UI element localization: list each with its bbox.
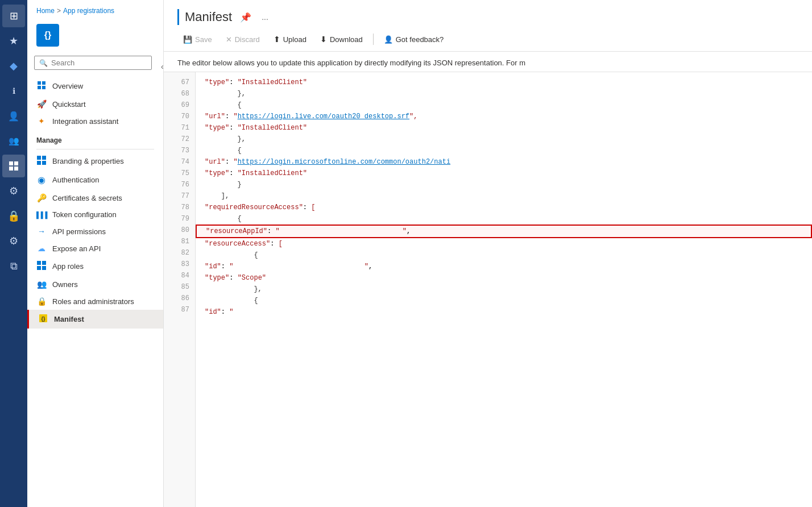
line-number: 78 [164, 202, 195, 213]
line-number: 79 [164, 213, 195, 225]
discard-icon: ✕ [226, 35, 232, 44]
sidebar-item-expose-api-label: Expose an API [52, 244, 101, 253]
gear-icon[interactable]: ⚙ [2, 180, 25, 202]
expose-api-icon: ☁ [36, 244, 47, 253]
app-roles-icon [36, 261, 47, 272]
line-number: 73 [164, 145, 195, 156]
svg-rect-5 [42, 81, 45, 85]
sidebar-item-token-label: Token configuration [52, 210, 117, 219]
code-line: "type": "InstalledClient" [196, 77, 812, 88]
code-line: "resourceAccess": [ [196, 238, 812, 250]
download-icon: ⬇ [320, 35, 327, 44]
svg-rect-6 [38, 86, 41, 89]
sidebar: Home > App registrations {} 🔍 « Overview… [27, 0, 164, 507]
api-permissions-icon: → [36, 227, 47, 236]
line-number: 80 [164, 225, 195, 236]
sidebar-item-branding-label: Branding & properties [52, 157, 124, 165]
toolbar: 💾 Save ✕ Discard ⬆ Upload ⬇ Download 👤 G… [177, 32, 798, 51]
sidebar-item-expose-api[interactable]: ☁ Expose an API [27, 240, 163, 257]
svg-rect-9 [42, 156, 46, 160]
pin-icon[interactable]: 📌 [238, 11, 254, 24]
info-icon[interactable]: ℹ [2, 80, 25, 102]
sidebar-item-manifest[interactable]: {} Manifest [27, 310, 163, 329]
sidebar-item-certificates[interactable]: 🔑 Certificates & secrets [27, 189, 163, 206]
lock-icon[interactable]: 🔒 [2, 205, 25, 227]
sidebar-item-app-roles-label: App roles [52, 262, 84, 271]
authentication-icon: ◉ [36, 174, 47, 185]
line-number: 84 [164, 270, 195, 281]
users-icon[interactable]: 👥 [2, 130, 25, 152]
collapse-sidebar-button[interactable]: « [159, 62, 164, 71]
code-line: "url": "https://login.microsoftonline.co… [196, 156, 812, 168]
code-editor: 6768697071727374757677787980818283848586… [164, 72, 812, 507]
discard-button[interactable]: ✕ Discard [220, 32, 266, 47]
layers-icon[interactable]: ⧉ [2, 255, 25, 277]
svg-rect-14 [37, 266, 41, 270]
overview-icon [36, 81, 47, 92]
sidebar-item-owners[interactable]: 👥 Owners [27, 276, 163, 293]
app-icon: {} [36, 24, 59, 47]
line-number: 68 [164, 88, 195, 99]
code-line: ], [196, 190, 812, 202]
code-line: { [196, 99, 812, 111]
search-input[interactable] [51, 59, 147, 67]
breadcrumb-current[interactable]: App registrations [63, 7, 114, 15]
highlighted-code-line: "resourceAppId": " ", [196, 225, 812, 238]
sidebar-item-integration[interactable]: ✦ Integration assistant [27, 113, 163, 130]
svg-rect-7 [42, 86, 45, 89]
svg-rect-3 [14, 167, 18, 171]
line-number: 81 [164, 236, 195, 247]
line-number: 75 [164, 168, 195, 179]
page-header: Manifest 📌 ... 💾 Save ✕ Discard ⬆ Upload… [164, 0, 812, 52]
svg-rect-4 [38, 81, 41, 85]
page-title-row: Manifest 📌 ... [177, 9, 798, 25]
diamond-icon[interactable]: ◆ [2, 55, 25, 77]
sidebar-item-api-permissions[interactable]: → API permissions [27, 223, 163, 240]
feedback-icon: 👤 [384, 35, 393, 44]
upload-button[interactable]: ⬆ Upload [268, 32, 312, 47]
manage-divider [36, 149, 154, 149]
sidebar-item-roles-admin-label: Roles and administrators [52, 297, 134, 306]
code-line: { [196, 295, 812, 306]
line-number: 86 [164, 293, 195, 304]
sidebar-item-app-roles[interactable]: App roles [27, 257, 163, 276]
sidebar-item-authentication[interactable]: ◉ Authentication [27, 171, 163, 189]
code-line: } [196, 179, 812, 190]
sidebar-item-integration-label: Integration assistant [52, 117, 118, 126]
home-icon[interactable]: ⊞ [2, 5, 25, 27]
svg-rect-8 [37, 156, 41, 160]
sidebar-item-overview-label: Overview [52, 82, 83, 90]
breadcrumb-home[interactable]: Home [36, 7, 55, 15]
sidebar-item-branding[interactable]: Branding & properties [27, 152, 163, 171]
sidebar-item-quickstart[interactable]: 🚀 Quickstart [27, 95, 163, 113]
line-number: 70 [164, 111, 195, 122]
line-number: 83 [164, 259, 195, 270]
sidebar-item-manifest-label: Manifest [54, 315, 84, 323]
favorites-icon[interactable]: ★ [2, 30, 25, 52]
more-icon[interactable]: ... [259, 11, 271, 23]
line-number: 82 [164, 247, 195, 259]
settings2-icon[interactable]: ⚙ [2, 230, 25, 252]
grid-active-icon[interactable] [2, 155, 25, 177]
code-line: { [196, 213, 812, 225]
download-button[interactable]: ⬇ Download [314, 32, 368, 47]
line-number: 69 [164, 99, 195, 111]
breadcrumb: Home > App registrations [27, 0, 163, 19]
save-button[interactable]: 💾 Save [177, 32, 218, 47]
roles-admin-icon: 🔒 [36, 297, 47, 306]
user-icon[interactable]: 👤 [2, 105, 25, 127]
svg-rect-10 [37, 161, 41, 165]
code-line: "url": "https://login.live.com/oauth20_d… [196, 111, 812, 122]
line-number: 87 [164, 304, 195, 315]
feedback-button[interactable]: 👤 Got feedback? [378, 32, 450, 47]
code-area[interactable]: "type": "InstalledClient" }, { "url": "h… [196, 72, 812, 507]
svg-rect-2 [9, 167, 13, 171]
sidebar-item-token[interactable]: ▌▌▌ Token configuration [27, 206, 163, 223]
sidebar-item-overview[interactable]: Overview [27, 77, 163, 95]
sidebar-item-roles-admin[interactable]: 🔒 Roles and administrators [27, 293, 163, 310]
code-line: }, [196, 284, 812, 295]
line-number: 76 [164, 179, 195, 190]
upload-icon: ⬆ [274, 35, 280, 44]
code-line: "requiredResourceAccess": [ [196, 202, 812, 213]
svg-text:{}: {} [41, 316, 45, 322]
